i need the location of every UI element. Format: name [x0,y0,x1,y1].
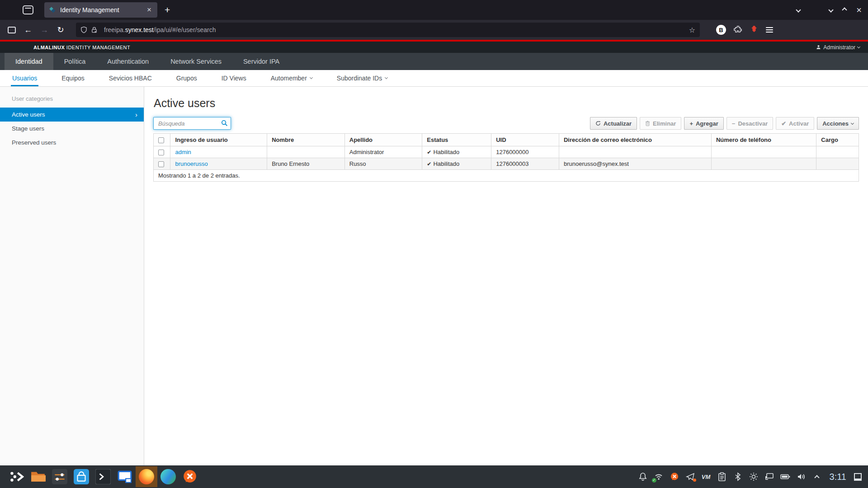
volume-icon[interactable] [795,471,807,483]
clipboard-icon[interactable] [716,471,728,483]
file-manager-icon[interactable] [27,466,49,487]
connected-check-badge: ✓ [652,478,656,483]
chevron-down-icon [310,76,313,79]
window-maximize-button[interactable] [842,7,847,12]
browser-tab[interactable]: Identity Management × [44,2,157,18]
sidebar-toggle-icon[interactable] [8,27,16,33]
main-content: Active users Actualizar [144,87,868,465]
vm-label: VM [702,474,711,480]
page-body: User categories Active users › Stage use… [0,87,868,465]
chevron-down-icon [857,45,860,48]
tab-authentication[interactable]: Authentication [96,53,160,70]
new-tab-button[interactable]: + [165,5,170,15]
telegram-icon[interactable] [684,471,696,483]
search-input[interactable] [153,117,231,130]
tab-politica[interactable]: Política [53,53,97,70]
brightness-icon[interactable] [748,471,760,483]
refresh-button[interactable]: Actualizar [590,117,637,130]
forward-button[interactable]: → [36,25,52,35]
edge-icon[interactable] [157,466,179,487]
chevron-right-icon: › [135,111,137,118]
sidebar-item-preserved-users[interactable]: Preserved users [0,136,144,150]
login-cell: admin [170,146,267,158]
tab-id-views[interactable]: ID Views [209,70,259,86]
display-app-icon[interactable] [114,466,136,487]
network-wifi-icon[interactable]: ✓ [653,471,665,483]
lock-warning-icon[interactable] [91,26,98,33]
tab-grupos[interactable]: Grupos [164,70,209,86]
col-phone: Número de teléfono [711,134,816,146]
extension-red-icon[interactable] [750,25,758,35]
browser-tab-strip: Identity Management × + × [0,0,868,20]
system-settings-icon[interactable] [49,466,71,487]
notifications-bell-icon[interactable] [637,471,649,483]
tab-subordinate-ids[interactable]: Subordinate IDs [325,70,400,86]
status-cell: ✔Habilitado [422,146,491,158]
terminal-icon[interactable] [92,466,114,487]
taskbar-clock: 3:11 [830,472,846,482]
select-all-cell [154,134,170,146]
sidebar-item-stage-users[interactable]: Stage users [0,122,144,136]
vm-icon[interactable]: VM [700,471,712,483]
enable-button[interactable]: ✔ Activar [776,117,814,130]
table-summary: Mostrando 1 a 2 de 2 entradas. [154,170,859,182]
tab-title: Identity Management [60,6,146,14]
user-link[interactable]: admin [175,149,191,155]
window-close-button[interactable]: × [856,5,862,14]
firefox-view-icon[interactable] [23,5,33,14]
tab-identidad[interactable]: Identidad [5,53,53,70]
puzzle-icon[interactable] [734,25,742,35]
search-icon[interactable] [221,120,228,128]
user-menu-label: Administrator [823,44,855,51]
bookmark-star-icon[interactable]: ☆ [689,26,695,34]
tab-sevicios-hbac[interactable]: Sevicios HBAC [97,70,164,86]
battery-icon[interactable] [779,471,791,483]
freeipa-favicon-icon [49,6,56,14]
add-button[interactable]: + Agregar [684,117,723,130]
url-bar[interactable]: freeipa.synex.test/ipa/ui/#/e/user/searc… [76,23,700,37]
delete-button[interactable]: Eliminar [640,117,681,130]
brand-text: ALMALINUX IDENTITY MANAGEMENT [33,45,130,50]
bitwarden-extension-icon[interactable]: B [716,25,726,35]
bluetooth-icon[interactable] [732,471,744,483]
row-checkbox[interactable] [158,150,164,155]
chat-badge-icon[interactable] [669,471,680,483]
user-link[interactable]: brunoerusso [175,160,208,167]
shield-icon[interactable] [80,26,87,33]
tab-equipos[interactable]: Equipos [49,70,97,86]
disable-button[interactable]: − Desactivar [726,117,773,130]
select-all-checkbox[interactable] [158,137,164,143]
unread-dot-badge [693,479,696,482]
tab-network-services[interactable]: Network Services [160,53,232,70]
app-launcher-icon[interactable] [5,466,27,487]
discover-icon[interactable] [71,466,92,487]
chat-app-icon[interactable] [179,466,201,487]
display-connect-icon[interactable] [764,471,775,483]
col-uid: UID [491,134,559,146]
sidebar-item-label: Stage users [12,125,44,132]
primary-nav: Identidad Política Authentication Networ… [0,53,868,70]
status-cell: ✔Habilitado [422,158,491,170]
firefox-icon[interactable] [136,466,157,487]
window-minimize-button[interactable] [829,7,834,12]
actions-dropdown-button[interactable]: Acciones [817,117,859,130]
sidebar-item-active-users[interactable]: Active users › [0,108,144,122]
col-first-name: Nombre [267,134,345,146]
tab-servidor-ipa[interactable]: Servidor IPA [232,53,290,70]
show-desktop-button[interactable] [854,473,862,481]
tab-usuarios[interactable]: Usuarios [0,70,49,86]
phone-cell [711,146,816,158]
tab-close-icon[interactable]: × [146,5,153,14]
menu-icon[interactable] [766,27,773,33]
list-tabs-chevron-icon[interactable] [796,7,801,12]
reload-button[interactable]: ↻ [52,25,69,35]
controls-row: Actualizar Eliminar + Agregar − Desac [153,117,859,130]
user-menu[interactable]: Administrator [816,44,860,51]
expand-chevron-icon[interactable] [811,471,823,483]
back-button[interactable]: ← [20,25,36,35]
tab-automember[interactable]: Automember [259,70,325,86]
row-checkbox[interactable] [158,161,164,167]
email-cell: brunoerusso@synex.test [559,158,711,170]
first-name-cell [267,146,345,158]
tab-subordinate-ids-label: Subordinate IDs [337,75,382,82]
